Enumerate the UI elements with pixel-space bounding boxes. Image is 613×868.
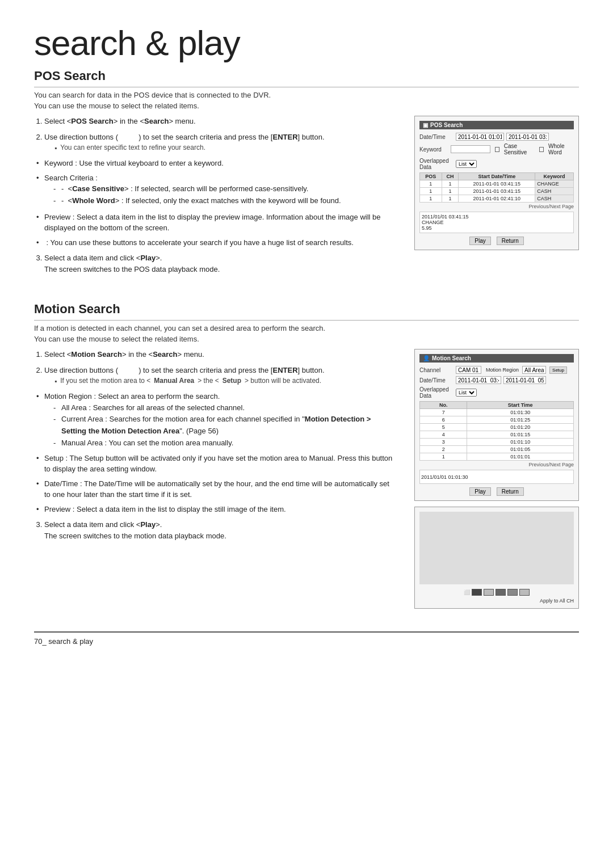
pos-step3-list: Select a data item and click <Play>. The… <box>44 252 397 275</box>
motion-search-section: Motion Search If a motion is detected in… <box>34 302 579 609</box>
motion-col-time: Start Time <box>467 402 574 409</box>
pos-preview-bullet: Preview : Select a data item in the list… <box>36 212 397 234</box>
pos-preview-date: 2011/01/01 03:41:15 <box>422 214 572 220</box>
motion-col-no: No. <box>420 402 467 409</box>
motion-preview-date: 2011/01/01 01:01:30 <box>421 474 468 480</box>
motion-play-button[interactable]: Play <box>469 487 490 496</box>
motion-step-2-note: If you set the motion area to <Manual Ar… <box>54 376 397 386</box>
pos-intro-2: You can use the mouse to select the rela… <box>34 102 579 110</box>
pos-preview-line1: CHANGE <box>422 220 572 225</box>
area-btn-3[interactable] <box>496 589 506 596</box>
pos-play-button[interactable]: Play <box>469 237 490 245</box>
table-row[interactable]: 6 01:01:25 <box>420 416 574 424</box>
table-row[interactable]: 2 01:01:05 <box>420 446 574 453</box>
motion-bullets: Motion Region : Select an area to perfor… <box>36 391 397 515</box>
area-btn-2[interactable] <box>484 589 494 596</box>
motion-preview-area: 2011/01/01 01:01:30 <box>419 470 574 484</box>
pos-bullets: Keyword : Use the virtual keyboard to en… <box>36 158 397 207</box>
motion-page-link[interactable]: Previous/Next Page <box>419 462 574 467</box>
motion-current-area: Current Area : Searches for the motion a… <box>53 414 397 437</box>
pos-panel: ▣ POS Search Date/Time Keyword Case Sens… <box>414 116 579 250</box>
whole-word-checkbox[interactable] <box>539 147 544 152</box>
pos-col-pos: POS <box>420 173 442 180</box>
pos-panel-title: ▣ POS Search <box>419 121 574 129</box>
motion-step-2: Use direction buttons ( ) to set the sea… <box>44 365 397 387</box>
motion-datetime-end-input[interactable] <box>503 376 546 384</box>
whole-word-label: Whole Word <box>548 143 574 155</box>
table-row[interactable]: 1 1 2011-01-01 02:41:10 CASH <box>420 195 574 203</box>
motion-overlapped-row: Overlapped Data List <box>419 386 574 399</box>
pos-results-table: POS CH Start Date/Time Keyword 1 1 2011-… <box>419 172 574 203</box>
motion-button-row: Play Return <box>419 487 574 496</box>
pos-whole-word: - <Whole Word> : If selected, only the e… <box>53 195 397 207</box>
table-row[interactable]: 3 01:01:10 <box>420 439 574 446</box>
motion-datetime-start-input[interactable] <box>456 376 501 384</box>
pos-step-2-note: You can enter specific text to refine yo… <box>54 142 397 153</box>
table-row[interactable]: 4 01:01:15 <box>420 431 574 439</box>
motion-step3-list: Select a data item and click <Play>. The… <box>44 519 397 541</box>
table-row[interactable]: 5 01:01:20 <box>420 424 574 431</box>
pos-intro-1: You can search for data in the POS devic… <box>34 91 579 99</box>
motion-intro-2: You can use the mouse to select the rela… <box>34 335 579 343</box>
area-label: ⬜ <box>464 589 470 595</box>
pos-keyword-row: Keyword Case Sensitive Whole Word <box>419 143 574 155</box>
pos-icon: ▣ <box>423 122 428 128</box>
motion-region-input[interactable] <box>522 366 546 374</box>
pos-step-2: Use direction buttons ( ) to set the sea… <box>44 132 397 154</box>
motion-intro-1: If a motion is detected in each channel,… <box>34 324 579 332</box>
motion-panel-col: 👤 Motion Search Channel Motion Region Se… <box>414 349 579 609</box>
pos-overlapped-select[interactable]: List <box>456 160 477 168</box>
motion-results-table: No. Start Time 7 01:01:30 6 01:01:25 <box>419 401 574 461</box>
table-row[interactable]: 1 1 2011-01-01 03:41:15 CASH <box>420 188 574 195</box>
pos-overlapped-row: Overlapped Data List <box>419 158 574 170</box>
motion-channel-input[interactable] <box>456 366 481 374</box>
table-row[interactable]: 1 1 2011-01-01 03:41:15 CHANGE <box>420 180 574 188</box>
area-btn-5[interactable] <box>519 589 530 596</box>
motion-datetime-bullet: Date/Time : The Date/Time will be automa… <box>36 478 397 500</box>
pos-keyword-input[interactable] <box>451 145 490 153</box>
pos-step-3: Select a data item and click <Play>. The… <box>44 252 397 275</box>
pos-bullet-keyword: Keyword : Use the virtual keyboard to en… <box>36 158 397 169</box>
pos-steps-list: Select <POS Search> in the <Search> menu… <box>44 116 397 153</box>
pos-step-1: Select <POS Search> in the <Search> menu… <box>44 116 397 127</box>
pos-datetime-end-input[interactable] <box>506 133 549 141</box>
area-btn-1[interactable] <box>472 589 482 596</box>
pos-col-keyword: Keyword <box>535 173 574 180</box>
pos-criteria-list: - <Case Sensitive> : If selected, search… <box>53 183 397 207</box>
motion-step-3: Select a data item and click <Play>. The… <box>44 519 397 541</box>
motion-region-list: All Area : Searches for all areas of the… <box>53 402 397 449</box>
pos-datetime-start-input[interactable] <box>456 133 504 141</box>
motion-return-button[interactable]: Return <box>497 487 524 496</box>
area-control-buttons: ⬜ <box>464 589 530 596</box>
motion-preview-bullet: Preview : Select a data item in the list… <box>36 504 397 515</box>
area-setting-panel: ⬜ Apply to All CH <box>414 507 579 609</box>
motion-text-col: Select <Motion Search> in the <Search> m… <box>34 349 397 609</box>
motion-step-1: Select <Motion Search> in the <Search> m… <box>44 349 397 360</box>
page-title: search & play <box>34 23 579 63</box>
motion-overlapped-select[interactable]: List <box>456 389 477 397</box>
case-sensitive-label: Case Sensitive <box>504 143 535 155</box>
area-btn-4[interactable] <box>507 589 518 596</box>
motion-setup-bullet: Setup : The Setup button will be activat… <box>36 453 397 475</box>
table-row[interactable]: 1 01:01:01 <box>420 453 574 461</box>
pos-bullet-criteria: Search Criteria : - <Case Sensitive> : I… <box>36 172 397 207</box>
footer: 70_ search & play <box>34 631 579 646</box>
case-sensitive-checkbox[interactable] <box>495 147 499 152</box>
pos-preview-area: 2011/01/01 03:41:15 CHANGE 5.95 <box>419 212 574 233</box>
pos-extra-bullets: Preview : Select a data item in the list… <box>36 212 397 248</box>
pos-prevnext-bullet: : You can use these buttons to accelerat… <box>36 237 397 248</box>
pos-search-section: POS Search You can search for data in th… <box>34 69 579 279</box>
pos-col-ch: CH <box>442 173 459 180</box>
pos-page-link[interactable]: Previous/Next Page <box>419 204 574 209</box>
motion-search-title: Motion Search <box>34 302 579 321</box>
motion-panel: 👤 Motion Search Channel Motion Region Se… <box>414 349 579 501</box>
footer-page-label: 70_ search & play <box>34 637 93 646</box>
motion-channel-row: Channel Motion Region Setup <box>419 366 574 374</box>
motion-datetime-row: Date/Time <box>419 376 574 384</box>
pos-search-title: POS Search <box>34 69 579 87</box>
pos-return-button[interactable]: Return <box>497 237 524 245</box>
pos-checkbox-row: Case Sensitive Whole Word <box>495 143 574 155</box>
motion-setup-button[interactable]: Setup <box>549 366 567 374</box>
table-row[interactable]: 7 01:01:30 <box>420 409 574 416</box>
pos-text-col: Select <POS Search> in the <Search> menu… <box>34 116 397 279</box>
